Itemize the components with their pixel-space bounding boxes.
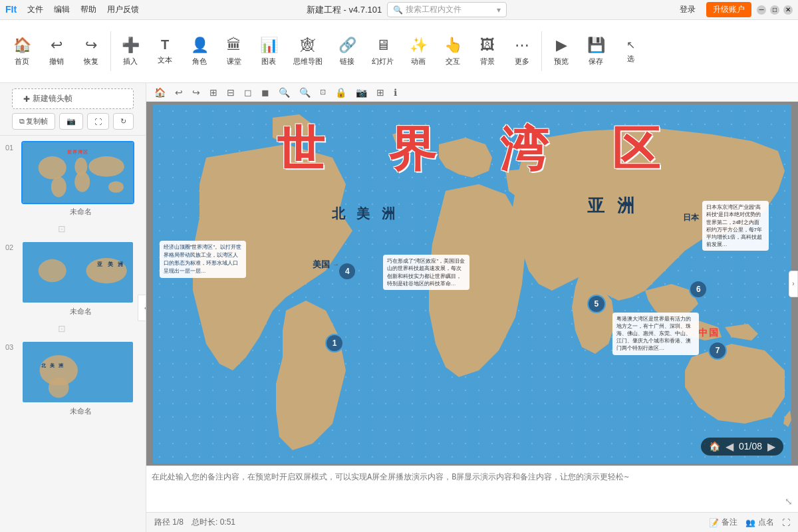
ct-square2-icon[interactable]: ⊟ (224, 86, 237, 99)
ct-zoom-out-icon[interactable]: 🔍 (297, 86, 313, 99)
rotate-button[interactable]: ↻ (113, 113, 134, 130)
slide-thumbnail-01[interactable]: 世界湾区 (21, 141, 134, 204)
copy-icon: ⧉ (19, 117, 25, 126)
new-frame-button[interactable]: ✚ 新建镜头帧 (12, 88, 134, 109)
menu-help[interactable]: 帮助 (80, 4, 96, 15)
counter-home-icon[interactable]: 🏠 (709, 441, 720, 452)
background-button[interactable]: 🖼 背景 (471, 33, 504, 70)
ct-fit-icon[interactable]: ⊡ (317, 86, 329, 98)
menu-edit[interactable]: 编辑 (54, 4, 70, 15)
animation-button[interactable]: ✨ 动画 (402, 33, 435, 70)
mindmap-button[interactable]: 🕸 思维导图 (287, 33, 329, 70)
new-frame-label: 新建镜头帧 (33, 93, 72, 104)
more-button[interactable]: ⋯ 更多 (505, 33, 539, 70)
path-label: 路径 1/8 (154, 517, 184, 528)
background-icon: 🖼 (480, 37, 495, 54)
upgrade-button[interactable]: 升级账户 (706, 2, 751, 17)
svg-point-9 (39, 259, 66, 282)
home-button[interactable]: 🏠 首页 (5, 33, 39, 70)
select-icon: ↖ (626, 39, 635, 51)
slide-item-03: 03 北 美 洲 未命名 (5, 340, 140, 416)
title-bar-left: FIt 文件 编辑 帮助 用户反馈 (5, 4, 139, 15)
minimize-button[interactable]: ─ (757, 5, 766, 15)
counter-prev-button[interactable]: ◀ (726, 440, 733, 453)
thumb1-overlay-title: 世界湾区 (67, 149, 88, 156)
fullscreen-button[interactable]: ⛶ (87, 113, 109, 130)
sidebar-collapse-button[interactable]: ‹ (138, 295, 146, 321)
slide-thumb-container-02: 亚 美 洲 未命名 (21, 241, 140, 317)
ct-home-icon[interactable]: 🏠 (152, 86, 168, 99)
character-icon: 👤 (191, 37, 209, 54)
slide-thumbnail-02[interactable]: 亚 美 洲 (21, 241, 134, 304)
right-collapse-button[interactable]: › (789, 271, 798, 297)
info-box-japan: 日本东京湾区产业园"高科技"是日本绝对优势的世界第二，24时之内面积约万平方公里… (702, 201, 769, 251)
close-button[interactable]: ✕ (783, 5, 793, 15)
text-label: 文本 (158, 55, 172, 65)
menu-file[interactable]: 文件 (27, 4, 43, 15)
chart-icon: 📊 (260, 37, 278, 54)
ct-square1-icon[interactable]: ⊞ (207, 86, 220, 99)
character-button[interactable]: 👤 角色 (183, 33, 216, 70)
ct-lock-icon[interactable]: 🔒 (332, 86, 349, 99)
notes-button[interactable]: 📝 备注 (709, 517, 737, 528)
ct-back-icon[interactable]: ↩ (172, 86, 186, 99)
bottom-left: 路径 1/8 总时长: 0:51 (154, 517, 235, 528)
ct-zoom-in-icon[interactable]: 🔍 (276, 86, 293, 99)
redo-button[interactable]: ↪ 恢复 (74, 33, 108, 70)
ct-camera2-icon[interactable]: 📷 (353, 86, 370, 99)
text-button[interactable]: T 文本 (148, 33, 182, 69)
interact-button[interactable]: 👆 交互 (436, 33, 469, 70)
slide-number-03: 03 (5, 340, 17, 351)
chart-button[interactable]: 📊 图表 (252, 33, 285, 70)
lesson-icon: 🏛 (227, 37, 241, 54)
notes-label: 备注 (722, 517, 737, 528)
lesson-button[interactable]: 🏛 课堂 (217, 33, 251, 70)
ct-forward-icon[interactable]: ↪ (190, 86, 203, 99)
main-slide-canvas: 世 界 湾 区 北 美 洲 亚 洲 美国 → 日本 中国 1 4 5 6 7 (153, 104, 791, 464)
insert-group: ➕ 插入 T 文本 👤 角色 🏛 课堂 📊 图表 🕸 思维导图 🔗 链接 🖥 (114, 33, 539, 70)
slide-item-02: 02 亚 美 洲 未命名 (5, 241, 140, 317)
ct-grid-icon[interactable]: ⊞ (374, 86, 387, 99)
slide-thumb-container-03: 北 美 洲 未命名 (21, 340, 140, 416)
ct-info-icon[interactable]: ℹ (391, 86, 400, 99)
ct-square4-icon[interactable]: ◼ (259, 86, 272, 99)
canvas-wrapper[interactable]: › (146, 102, 798, 466)
spacer-02: ⊡ (5, 322, 118, 335)
save-button[interactable]: 💾 保存 (579, 33, 612, 70)
svg-point-13 (49, 378, 69, 398)
slideshow-button[interactable]: 🖥 幻灯片 (365, 33, 400, 70)
mindmap-label: 思维导图 (293, 57, 323, 66)
marker-7[interactable]: 7 (708, 341, 727, 360)
preview-label: 预览 (554, 57, 569, 66)
maximize-button[interactable]: □ (770, 5, 779, 15)
counter-next-button[interactable]: ▶ (767, 440, 775, 453)
insert-button[interactable]: ➕ 插入 (114, 33, 147, 70)
select-button[interactable]: ↖ 选 (614, 35, 647, 68)
slide-label-03: 未命名 (21, 406, 140, 416)
china-label: 中国 (698, 327, 720, 339)
preview-button[interactable]: ▶ 预览 (545, 33, 578, 70)
login-button[interactable]: 登录 (674, 3, 701, 17)
ct-square3-icon[interactable]: ◻ (241, 86, 255, 99)
notes-icon: 📝 (709, 518, 719, 527)
animation-label: 动画 (411, 57, 426, 66)
search-icon: 🔍 (393, 5, 403, 15)
undo-button[interactable]: ↩ 撤销 (40, 33, 73, 70)
spacer-icon-02: ⊡ (58, 323, 66, 334)
redo-icon: ↪ (85, 37, 97, 54)
marker-5[interactable]: 5 (587, 295, 606, 313)
notes-input[interactable] (152, 471, 793, 507)
svg-point-2 (51, 177, 66, 198)
search-box[interactable]: 🔍 搜索工程内文件 ▾ (387, 2, 507, 17)
select-label: 选 (627, 54, 634, 64)
menu-feedback[interactable]: 用户反馈 (107, 4, 139, 15)
link-button[interactable]: 🔗 链接 (331, 33, 364, 70)
copy-frame-button[interactable]: ⧉ 复制帧 (12, 113, 55, 130)
camera-button[interactable]: 📷 (59, 113, 83, 130)
roll-call-button[interactable]: 👥 点名 (745, 517, 774, 528)
sidebar-top: ✚ 新建镜头帧 ⧉ 复制帧 📷 ⛶ ↻ (0, 83, 146, 136)
notes-expand-icon[interactable]: ⤡ (785, 496, 793, 507)
roll-call-icon: 👥 (745, 518, 755, 527)
fullscreen-bottom-button[interactable]: ⛶ (782, 518, 790, 527)
slide-thumbnail-03[interactable]: 北 美 洲 (21, 340, 134, 404)
